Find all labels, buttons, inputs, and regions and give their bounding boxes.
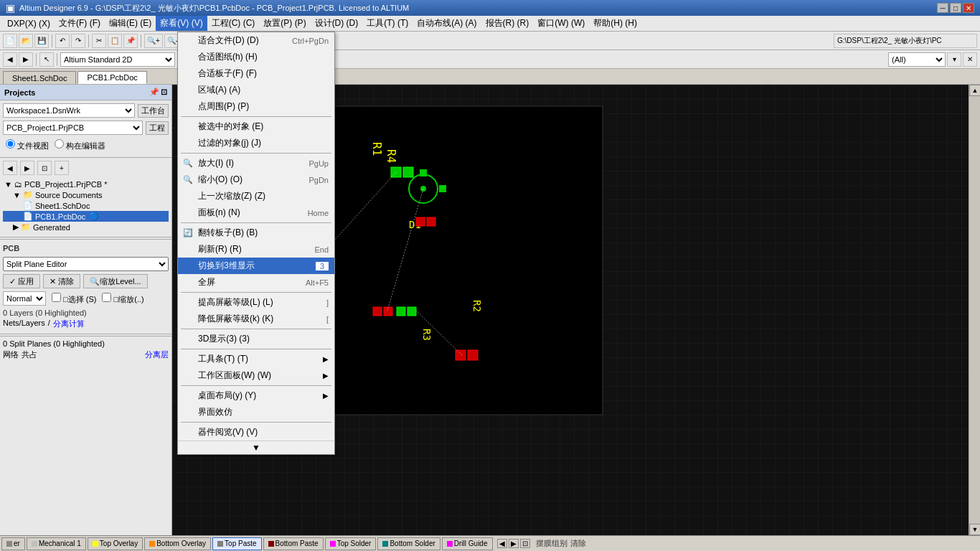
projects-controls[interactable]: 📌 ⊡ bbox=[149, 88, 167, 97]
forward-btn[interactable]: ▶ bbox=[19, 52, 33, 67]
layer-tab-top-solder[interactable]: Top Solder bbox=[325, 537, 377, 550]
cut-btn[interactable]: ✂ bbox=[92, 34, 106, 48]
layer-tab-bottom-paste[interactable]: Bottom Paste bbox=[263, 537, 324, 550]
editor-view-radio[interactable] bbox=[55, 139, 64, 149]
calc-btn[interactable]: 分离计算 bbox=[53, 319, 85, 329]
paste-btn[interactable]: 📌 bbox=[123, 34, 138, 48]
ctx-fit-sheet[interactable]: 合适图纸(h) (H) bbox=[178, 49, 334, 65]
menu-view[interactable]: 察看(V) (V) bbox=[156, 16, 207, 31]
menu-design[interactable]: 设计(D) (D) bbox=[311, 16, 363, 31]
layer-tab-top-overlay[interactable]: Top Overlay bbox=[88, 537, 143, 550]
layer-more-btn[interactable]: ⊡ bbox=[520, 539, 530, 548]
select-check-label[interactable]: □选择 (S) bbox=[52, 293, 96, 305]
project-btn[interactable]: 工程 bbox=[146, 121, 169, 135]
shrink-check-label[interactable]: □缩放(..) bbox=[102, 293, 143, 305]
layer-tab-bottom-solder[interactable]: Bottom Solder bbox=[377, 537, 440, 550]
zoom-level-btn[interactable]: 🔍缩放Level... bbox=[83, 274, 147, 288]
menu-tools[interactable]: 工具(T) (T) bbox=[362, 16, 413, 31]
ctx-refresh[interactable]: 刷新(R) (R) End bbox=[178, 241, 334, 258]
panel-btn2[interactable]: ▶ bbox=[20, 161, 34, 175]
scroll-track[interactable] bbox=[969, 96, 980, 524]
vertical-scrollbar[interactable]: ▲ ▼ bbox=[969, 85, 980, 535]
ctx-panel[interactable]: 面板(n) (N) Home bbox=[178, 204, 334, 221]
layer-tab-drill-guide[interactable]: Drill Guide bbox=[442, 537, 493, 550]
menu-dxp[interactable]: DXP(X) (X) bbox=[3, 17, 55, 30]
ctx-3d-display[interactable]: 3D显示(3) (3) bbox=[178, 331, 334, 347]
redo-btn[interactable]: ↷ bbox=[71, 34, 85, 48]
ctx-toolbar[interactable]: 工具条(T) (T) ▶ bbox=[178, 351, 334, 367]
view-select[interactable]: Altium Standard 2D bbox=[60, 52, 175, 67]
zoom-in-btn[interactable]: 🔍+ bbox=[144, 34, 163, 48]
ctx-shield-up[interactable]: 提高屏蔽等级(L) (L) ] bbox=[178, 294, 334, 311]
menu-report[interactable]: 报告(R) (R) bbox=[481, 16, 534, 31]
scroll-down-btn[interactable]: ▼ bbox=[969, 524, 980, 535]
scroll-up-btn[interactable]: ▲ bbox=[969, 85, 980, 96]
normal-select[interactable]: Normal bbox=[3, 291, 46, 306]
menu-file[interactable]: 文件(F) (F) bbox=[55, 16, 105, 31]
layer-tab-top-paste[interactable]: Top Paste bbox=[212, 537, 261, 550]
menu-window[interactable]: 窗口(W) (W) bbox=[533, 16, 589, 31]
layer-select[interactable]: (All) bbox=[888, 52, 946, 67]
ctx-zoom-in[interactable]: 🔍 放大(I) (I) PgUp bbox=[178, 155, 334, 171]
layer-tab-er[interactable]: er bbox=[1, 537, 25, 550]
select-check[interactable] bbox=[52, 293, 61, 302]
ctx-switch-3d[interactable]: 切换到3维显示 3 bbox=[178, 258, 334, 274]
ctx-component-browse[interactable]: 器件阅览(V) (V) bbox=[178, 424, 334, 441]
ctx-fullscreen[interactable]: 全屏 Alt+F5 bbox=[178, 274, 334, 291]
ctx-workspace-panel[interactable]: 工作区面板(W) (W) ▶ bbox=[178, 367, 334, 384]
layer-mask-btn[interactable]: 摆膜组别 bbox=[536, 538, 567, 549]
new-btn[interactable]: 📄 bbox=[3, 34, 17, 48]
ctx-selected-obj[interactable]: 被选中的对象 (E) bbox=[178, 118, 334, 135]
clear-btn[interactable]: ✕ 清除 bbox=[43, 274, 80, 288]
ctx-flip-board[interactable]: 🔄 翻转板子(B) (B) bbox=[178, 225, 334, 241]
editor-view-radio-label[interactable]: 构在编辑器 bbox=[55, 139, 105, 151]
file-view-radio-label[interactable]: 文件视图 bbox=[6, 139, 49, 151]
ctx-zoom-out[interactable]: 🔍 缩小(O) (O) PgDn bbox=[178, 171, 334, 188]
open-btn[interactable]: 📂 bbox=[19, 34, 33, 48]
file-view-radio[interactable] bbox=[6, 139, 15, 149]
ctx-scroll-down[interactable]: ▼ bbox=[178, 441, 334, 454]
layer-prev-btn[interactable]: ◀ bbox=[497, 539, 507, 548]
ctx-interface-sim[interactable]: 界面效仿 bbox=[178, 404, 334, 420]
panel-btn3[interactable]: ⊡ bbox=[37, 161, 52, 175]
tree-item-generated[interactable]: ▶ 📁 Generated bbox=[3, 222, 169, 232]
ctx-desktop-layout[interactable]: 桌面布局(y) (Y) ▶ bbox=[178, 387, 334, 404]
split-plane-select[interactable]: Split Plane Editor bbox=[3, 257, 169, 271]
menu-autoroute[interactable]: 自动布线(A) (A) bbox=[413, 16, 481, 31]
workspace-select[interactable]: Workspace1.DsnWrk bbox=[3, 103, 135, 118]
tree-item-project[interactable]: ▼ 🗂 PCB_Project1.PrjPCB * bbox=[3, 179, 169, 189]
titlebar-controls[interactable]: ─ □ ✕ bbox=[937, 3, 974, 13]
panel-btn1[interactable]: ◀ bbox=[3, 161, 17, 175]
layer-clear-btn[interactable]: 清除 bbox=[570, 538, 586, 549]
layer-btn[interactable]: ▾ bbox=[947, 52, 961, 67]
menu-help[interactable]: 帮助(H) (H) bbox=[589, 16, 641, 31]
copy-btn[interactable]: 📋 bbox=[108, 34, 122, 48]
ctx-prev-zoom[interactable]: 上一次缩放(Z) (Z) bbox=[178, 188, 334, 204]
save-btn[interactable]: 💾 bbox=[34, 34, 49, 48]
region-btn[interactable]: 分离层 bbox=[145, 349, 169, 360]
layer-next-btn[interactable]: ▶ bbox=[509, 539, 519, 548]
menu-project[interactable]: 工程(C) (C) bbox=[207, 16, 260, 31]
tab-schematic[interactable]: Sheet1.SchDoc bbox=[3, 71, 76, 84]
ctx-shield-down[interactable]: 降低屏蔽等级(k) (K) [ bbox=[178, 311, 334, 327]
apply-btn[interactable]: ✓ 应用 bbox=[3, 274, 40, 288]
layer-tab-bottom-overlay[interactable]: Bottom Overlay bbox=[144, 537, 211, 550]
close-button[interactable]: ✕ bbox=[963, 3, 974, 13]
layer-tab-mech1[interactable]: Mechanical 1 bbox=[27, 537, 86, 550]
tab-pcb[interactable]: PCB1.PcbDoc bbox=[77, 71, 146, 84]
tree-item-schematic[interactable]: 📄 Sheet1.SchDoc bbox=[3, 200, 169, 211]
ctx-fit-board[interactable]: 合适板子(F) (F) bbox=[178, 65, 334, 82]
menu-place[interactable]: 放置(P) (P) bbox=[259, 16, 310, 31]
more-btn[interactable]: ✕ bbox=[963, 52, 977, 67]
undo-btn[interactable]: ↶ bbox=[55, 34, 70, 48]
workspace-btn[interactable]: 工作台 bbox=[138, 104, 169, 118]
tree-item-pcb[interactable]: 📄 PCB1.PcbDoc 🔵 bbox=[3, 211, 169, 222]
expand-icon[interactable]: ⊡ bbox=[161, 88, 167, 97]
maximize-button[interactable]: □ bbox=[950, 3, 961, 13]
project-select[interactable]: PCB_Project1.PrjPCB bbox=[3, 121, 143, 135]
ctx-area[interactable]: 区域(A) (A) bbox=[178, 82, 334, 98]
pin-icon[interactable]: 📌 bbox=[149, 88, 159, 97]
back-btn[interactable]: ◀ bbox=[3, 52, 17, 67]
cursor-btn[interactable]: ↖ bbox=[39, 52, 54, 67]
minimize-button[interactable]: ─ bbox=[937, 3, 948, 13]
